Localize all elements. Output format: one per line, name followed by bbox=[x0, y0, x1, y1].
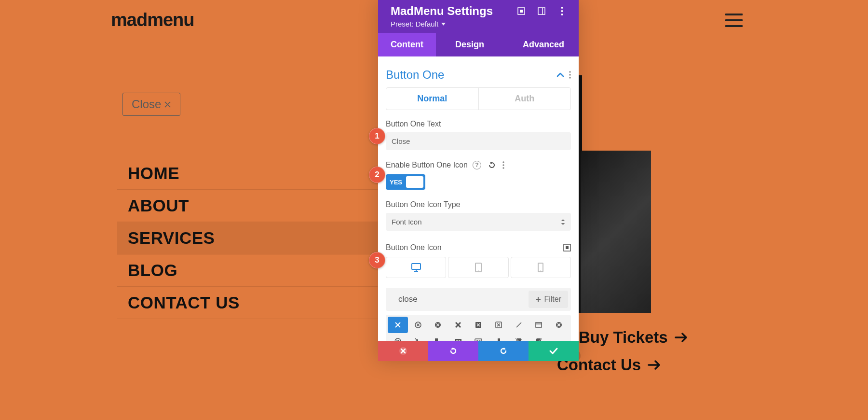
buy-tickets-label: Buy Tickets bbox=[579, 328, 668, 347]
callout-badge-2: 2 bbox=[369, 167, 385, 183]
select-caret-icon bbox=[561, 219, 565, 225]
buy-tickets-link[interactable]: Buy Tickets bbox=[579, 328, 688, 347]
icon-search-input[interactable] bbox=[389, 291, 525, 308]
arrow-right-icon bbox=[675, 332, 688, 343]
svg-point-20 bbox=[478, 270, 479, 271]
svg-rect-3 bbox=[538, 8, 545, 14]
close-preview-label: Close bbox=[132, 98, 161, 111]
svg-rect-27 bbox=[536, 322, 542, 327]
panel-title: MadMenu Settings bbox=[391, 4, 493, 18]
save-button[interactable] bbox=[529, 341, 579, 361]
svg-rect-16 bbox=[412, 264, 420, 269]
svg-point-8 bbox=[569, 71, 570, 72]
icon-option-x[interactable] bbox=[388, 317, 408, 333]
icon-search-row: Filter bbox=[386, 288, 571, 311]
icon-option-circle-x-fill[interactable] bbox=[428, 317, 448, 333]
hamburger-bar-icon bbox=[725, 19, 743, 21]
toggle-handle bbox=[406, 176, 423, 188]
close-preview-button[interactable]: Close bbox=[122, 93, 180, 116]
icon-type-label: Button One Icon Type bbox=[386, 200, 571, 209]
collapse-icon[interactable] bbox=[556, 72, 564, 77]
svg-point-22 bbox=[541, 270, 542, 271]
hamburger-bar-icon bbox=[725, 14, 743, 15]
settings-panel: MadMenu Settings Preset: Default Content bbox=[378, 0, 579, 361]
expand-icon[interactable] bbox=[517, 7, 526, 15]
close-icon bbox=[164, 101, 171, 108]
tab-bar: Content Design Advanced bbox=[378, 33, 579, 56]
icon-option-window-x[interactable] bbox=[529, 317, 549, 333]
menu-list: HOME ABOUT SERVICES BLOG CONTACT US bbox=[117, 157, 378, 319]
more-icon[interactable] bbox=[557, 7, 566, 15]
pill-auth[interactable]: Auth bbox=[478, 88, 571, 110]
help-icon[interactable]: ? bbox=[473, 161, 481, 169]
menu-item-home[interactable]: HOME bbox=[117, 157, 378, 190]
icon-type-value: Font Icon bbox=[392, 218, 422, 226]
icon-option-circle-x[interactable] bbox=[408, 317, 428, 333]
svg-point-5 bbox=[561, 7, 563, 9]
device-phone[interactable] bbox=[511, 257, 571, 278]
icon-label-row: Button One Icon bbox=[386, 243, 571, 252]
svg-rect-15 bbox=[566, 246, 569, 249]
tab-design[interactable]: Design bbox=[436, 33, 503, 56]
icon-option-square-x[interactable] bbox=[488, 317, 509, 333]
svg-point-7 bbox=[561, 14, 563, 15]
icon-label: Button One Icon bbox=[386, 243, 442, 252]
panel-body: Button One Normal Auth Button One Text E… bbox=[378, 56, 579, 361]
preset-label: Preset: Default bbox=[391, 20, 438, 28]
svg-point-12 bbox=[502, 164, 504, 166]
cancel-button[interactable] bbox=[378, 341, 428, 361]
svg-point-13 bbox=[502, 167, 504, 168]
filter-label: Filter bbox=[544, 295, 561, 304]
section-more-icon[interactable] bbox=[569, 71, 571, 79]
device-tablet[interactable] bbox=[448, 257, 508, 278]
hamburger-menu-button[interactable] bbox=[725, 14, 743, 27]
arrow-right-icon bbox=[648, 359, 661, 371]
menu-item-blog[interactable]: BLOG bbox=[117, 254, 378, 287]
enable-icon-label: Enable Button One Icon ? bbox=[386, 161, 571, 169]
enable-icon-toggle[interactable]: YES bbox=[386, 174, 425, 190]
background-image bbox=[579, 151, 651, 313]
redo-button[interactable] bbox=[478, 341, 529, 361]
tab-content[interactable]: Content bbox=[378, 33, 436, 56]
svg-rect-2 bbox=[520, 10, 523, 13]
reset-icon[interactable] bbox=[488, 161, 496, 169]
device-selector bbox=[386, 257, 571, 278]
hamburger-bar-icon bbox=[725, 25, 743, 27]
device-desktop[interactable] bbox=[386, 257, 446, 278]
expand-field-icon[interactable] bbox=[563, 244, 571, 252]
icon-option-circle-x-thick[interactable] bbox=[549, 317, 569, 333]
svg-point-9 bbox=[569, 74, 570, 75]
tab-advanced[interactable]: Advanced bbox=[503, 33, 577, 56]
icon-option-x-bold[interactable] bbox=[448, 317, 468, 333]
undo-button[interactable] bbox=[428, 341, 478, 361]
button-text-input[interactable] bbox=[386, 132, 571, 150]
callout-badge-3: 3 bbox=[369, 252, 385, 268]
filter-button[interactable]: Filter bbox=[529, 291, 568, 308]
callout-badge-1: 1 bbox=[369, 128, 385, 144]
toggle-label: YES bbox=[386, 179, 406, 186]
preset-dropdown[interactable]: Preset: Default bbox=[391, 20, 566, 28]
state-pills: Normal Auth bbox=[386, 87, 571, 110]
layout-icon[interactable] bbox=[537, 7, 546, 15]
panel-footer bbox=[378, 341, 579, 361]
logo-text: madmenu bbox=[111, 10, 194, 30]
menu-item-services[interactable]: SERVICES bbox=[117, 222, 378, 254]
icon-option-square-x-fill[interactable] bbox=[468, 317, 488, 333]
icon-type-select[interactable]: Font Icon bbox=[386, 213, 571, 231]
panel-header: MadMenu Settings Preset: Default bbox=[378, 0, 579, 33]
svg-point-6 bbox=[561, 10, 563, 12]
svg-point-10 bbox=[569, 77, 570, 78]
svg-point-11 bbox=[502, 161, 504, 163]
menu-item-contact[interactable]: CONTACT US bbox=[117, 287, 378, 319]
caret-down-icon bbox=[441, 23, 446, 26]
section-title[interactable]: Button One bbox=[386, 68, 444, 82]
button-text-label: Button One Text bbox=[386, 120, 571, 128]
pill-normal[interactable]: Normal bbox=[386, 88, 478, 110]
menu-item-about[interactable]: ABOUT bbox=[117, 190, 378, 222]
background-edge bbox=[579, 75, 582, 151]
icon-option-slash[interactable] bbox=[509, 317, 529, 333]
plus-icon bbox=[535, 296, 541, 302]
field-more-icon[interactable] bbox=[502, 161, 504, 169]
enable-icon-text: Enable Button One Icon bbox=[386, 161, 468, 169]
